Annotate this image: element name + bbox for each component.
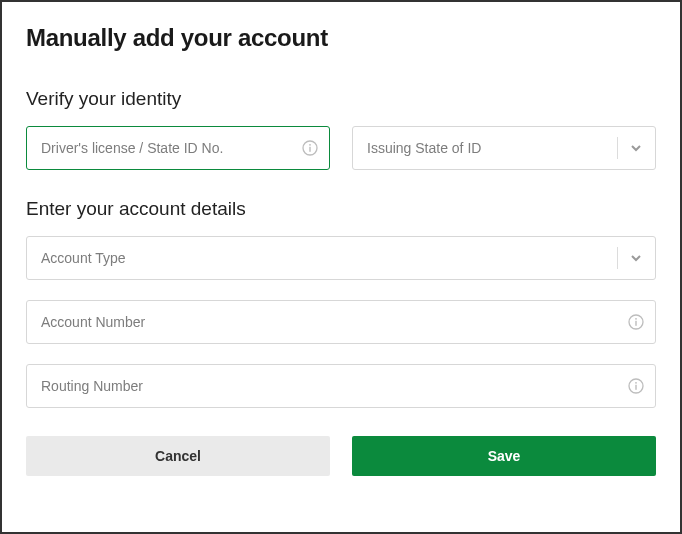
state-field: Issuing State of ID xyxy=(352,126,656,170)
info-icon[interactable] xyxy=(628,314,644,330)
account-type-field: Account Type xyxy=(26,236,656,280)
info-icon[interactable] xyxy=(628,378,644,394)
svg-rect-2 xyxy=(309,147,310,152)
state-select[interactable]: Issuing State of ID xyxy=(352,126,656,170)
chevron-down-icon xyxy=(631,253,641,263)
account-type-chevron-wrap xyxy=(617,237,655,279)
license-input[interactable] xyxy=(26,126,330,170)
svg-point-4 xyxy=(635,318,637,320)
account-number-input[interactable] xyxy=(26,300,656,344)
svg-point-7 xyxy=(635,382,637,384)
page-title: Manually add your account xyxy=(26,24,656,52)
state-select-placeholder: Issuing State of ID xyxy=(367,140,481,156)
chevron-down-icon xyxy=(631,143,641,153)
routing-number-field xyxy=(26,364,656,408)
button-row: Cancel Save xyxy=(26,436,656,476)
account-number-field xyxy=(26,300,656,344)
svg-rect-5 xyxy=(635,321,636,326)
account-type-placeholder: Account Type xyxy=(41,250,126,266)
identity-heading: Verify your identity xyxy=(26,88,656,110)
state-chevron-wrap xyxy=(617,127,655,169)
license-field xyxy=(26,126,330,170)
save-button[interactable]: Save xyxy=(352,436,656,476)
identity-row: Issuing State of ID xyxy=(26,126,656,170)
account-heading: Enter your account details xyxy=(26,198,656,220)
svg-point-1 xyxy=(309,144,311,146)
account-type-select[interactable]: Account Type xyxy=(26,236,656,280)
cancel-button[interactable]: Cancel xyxy=(26,436,330,476)
info-icon[interactable] xyxy=(302,140,318,156)
svg-rect-8 xyxy=(635,385,636,390)
routing-number-input[interactable] xyxy=(26,364,656,408)
